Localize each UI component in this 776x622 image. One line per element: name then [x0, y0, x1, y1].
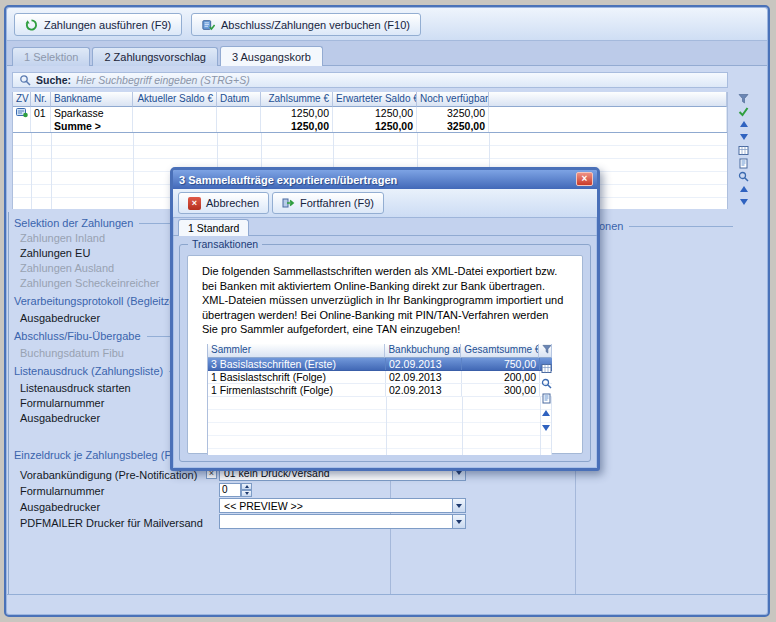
pdfmailer-combo[interactable]	[219, 514, 466, 529]
dialog-message: Die folgenden Sammellastschriften werden…	[202, 264, 566, 337]
cell-zahlsumme: 1250,00	[261, 107, 333, 120]
col-bankbuchung[interactable]: Bankbuchung am	[385, 344, 461, 358]
filter-icon[interactable]	[737, 92, 750, 104]
label-ausgabedrucker-einzeldruck: Ausgabedrucker	[20, 501, 100, 513]
label-zahlungen-scheckeinreicher: Zahlungen Scheckeinreicher	[20, 277, 159, 289]
bank-table-summary-row: Summe > 1250,00 1250,00 3250,00	[13, 120, 727, 133]
ausgabedrucker-combo[interactable]: << PREVIEW >>	[219, 498, 466, 513]
confirm-icon[interactable]	[737, 105, 750, 117]
label-zahlungen-eu: Zahlungen EU	[20, 247, 90, 259]
col-erwarteter-saldo[interactable]: Erwarteter Saldo €	[333, 92, 417, 107]
continue-icon	[282, 197, 295, 209]
dropdown-arrow-icon[interactable]	[452, 499, 465, 512]
search-icon	[18, 74, 31, 86]
sammler-table-empty-rows	[208, 397, 552, 455]
formularnummer-spinner[interactable]	[241, 483, 252, 497]
tab-zahlungsvorschlag[interactable]: 2 Zahlungsvorschlag	[92, 47, 218, 66]
cell-erwarteter-saldo: 1250,00	[333, 107, 417, 120]
col-datum[interactable]: Datum	[217, 92, 261, 107]
report-icon[interactable]	[540, 392, 553, 404]
book-payments-label: Abschluss/Zahlungen verbuchen (F10)	[221, 19, 410, 31]
tab-selektion[interactable]: 1 Selektion	[12, 47, 90, 66]
screen: Zahlungen ausführen (F9) Abschluss/Zahlu…	[0, 0, 776, 622]
execute-payments-button[interactable]: Zahlungen ausführen (F9)	[14, 13, 182, 36]
dialog-title: 3 Sammelaufträge exportieren/übertragen	[179, 174, 397, 186]
report-icon[interactable]	[737, 157, 750, 169]
bottom-separator-line	[7, 594, 767, 595]
sammler-row[interactable]: 1 Basislastschrift (Folge) 02.09.2013 20…	[208, 371, 552, 384]
bank-table-header[interactable]: ZV Nr. Bankname Aktueller Saldo € Datum …	[13, 92, 727, 107]
summary-erwarteter-saldo: 1250,00	[333, 120, 417, 132]
col-filler	[489, 92, 727, 107]
search-label: Suche:	[36, 74, 71, 86]
cell-aktueller-saldo	[133, 107, 217, 120]
label-formularnummer-liste: Formularnummer	[20, 397, 104, 409]
partial-section-header: onen	[599, 220, 733, 232]
label-formularnummer-einzeldruck: Formularnummer	[20, 485, 104, 497]
page-down-icon[interactable]	[737, 196, 750, 208]
filter-icon[interactable]	[539, 344, 552, 358]
continue-button[interactable]: Fortfahren (F9)	[272, 192, 384, 214]
zoom-icon[interactable]	[540, 377, 553, 389]
sammler-table: Sammler Bankbuchung am Gesamtsumme € 3 B…	[207, 344, 552, 455]
search-bar[interactable]: Suche: Hier Suchbegriff eingeben (STRG+S…	[12, 72, 728, 88]
bank-table-row[interactable]: 01 Sparkasse 1250,00 1250,00 3250,00	[13, 107, 727, 120]
spinner-down-icon[interactable]	[241, 490, 252, 497]
col-zahlsumme[interactable]: Zahlsumme €	[261, 92, 333, 107]
cancel-button[interactable]: × Abbrechen	[178, 192, 269, 214]
label-listenausdruck-starten: Listenausdruck starten	[20, 382, 131, 394]
page-up-icon[interactable]	[737, 183, 750, 195]
transaktionen-panel: Die folgenden Sammellastschriften werden…	[187, 255, 583, 454]
dialog-toolbar: × Abbrechen Fortfahren (F9)	[173, 189, 597, 218]
main-toolbar: Zahlungen ausführen (F9) Abschluss/Zahlu…	[7, 8, 767, 41]
summary-zahlsumme: 1250,00	[261, 120, 333, 132]
execute-payments-label: Zahlungen ausführen (F9)	[44, 19, 171, 31]
dialog-side-toolbar	[539, 362, 553, 434]
col-aktueller-saldo[interactable]: Aktueller Saldo €	[133, 92, 217, 107]
col-bankname[interactable]: Bankname	[51, 92, 133, 107]
cancel-icon: ×	[188, 197, 201, 210]
grid-view-icon[interactable]	[737, 144, 750, 156]
sammler-row[interactable]: 3 Basislastschriften (Erste) 02.09.2013 …	[208, 358, 552, 371]
sammler-table-header[interactable]: Sammler Bankbuchung am Gesamtsumme €	[208, 344, 552, 358]
formularnummer-input[interactable]: 0	[219, 483, 241, 497]
scroll-down-icon[interactable]	[737, 131, 750, 143]
col-gesamtsumme[interactable]: Gesamtsumme €	[461, 344, 539, 358]
cell-bankname: Sparkasse	[51, 107, 133, 120]
scroll-up-icon[interactable]	[540, 407, 553, 419]
label-zahlungen-ausland: Zahlungen Ausland	[20, 262, 114, 274]
label-pdfmailer-drucker: PDFMAILER Drucker für Mailversand	[20, 517, 203, 529]
cell-noch-verfuegbar: 3250,00	[417, 107, 489, 120]
summary-noch-verfuegbar: 3250,00	[417, 120, 489, 132]
grid-view-icon[interactable]	[540, 362, 553, 374]
col-nr[interactable]: Nr.	[31, 92, 51, 107]
book-ledger-icon	[202, 19, 215, 31]
close-icon[interactable]: ×	[576, 172, 593, 186]
groupbox-title: Transaktionen	[188, 238, 262, 250]
col-noch-verfuegbar[interactable]: Noch verfügbar €	[417, 92, 489, 107]
col-zv[interactable]: ZV	[13, 92, 31, 107]
col-sammler[interactable]: Sammler	[208, 344, 385, 358]
export-dialog: 3 Sammelaufträge exportieren/übertragen …	[170, 167, 600, 471]
sammler-row[interactable]: 1 Firmenlastschrift (Folge) 02.09.2013 3…	[208, 384, 552, 397]
search-placeholder: Hier Suchbegriff eingeben (STRG+S)	[76, 74, 250, 86]
label-zahlungen-inland: Zahlungen Inland	[20, 232, 105, 244]
dropdown-arrow-icon[interactable]	[452, 515, 465, 528]
spinner-up-icon[interactable]	[241, 483, 252, 490]
label-vorabankuendigung: Vorabankündigung (Pre-Notification)	[20, 469, 197, 481]
payment-type-icon	[13, 107, 31, 120]
tab-ausgangskorb[interactable]: 3 Ausgangskorb	[220, 46, 323, 66]
cell-nr: 01	[31, 107, 51, 120]
dialog-tabrow: 1 Standard	[173, 218, 597, 236]
book-payments-button[interactable]: Abschluss/Zahlungen verbuchen (F10)	[191, 13, 421, 36]
dialog-tab-standard[interactable]: 1 Standard	[178, 219, 249, 236]
summary-label: Summe >	[51, 120, 133, 132]
label-ausgabedrucker-liste: Ausgabedrucker	[20, 412, 100, 424]
execute-payments-icon	[25, 19, 38, 31]
dialog-titlebar[interactable]: 3 Sammelaufträge exportieren/übertragen …	[173, 170, 597, 189]
tabstrip: 1 Selektion 2 Zahlungsvorschlag 3 Ausgan…	[12, 47, 323, 67]
label-buchungsdatum-fibu: Buchungsdatum Fibu	[20, 347, 124, 359]
zoom-icon[interactable]	[737, 170, 750, 182]
scroll-down-icon[interactable]	[540, 422, 553, 434]
scroll-up-icon[interactable]	[737, 118, 750, 130]
